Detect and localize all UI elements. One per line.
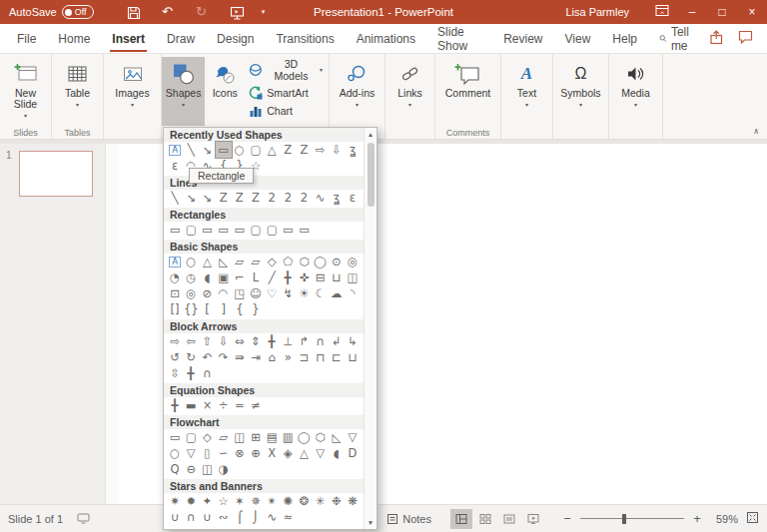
tab-transitions[interactable]: Transitions xyxy=(265,24,345,53)
shape-elbow-connector[interactable]: Z xyxy=(280,142,296,158)
shape-cell[interactable]: ▱ xyxy=(232,254,248,269)
shape-cell[interactable]: L xyxy=(248,269,264,285)
zoom-slider[interactable] xyxy=(580,513,684,525)
shape-cell[interactable]: X xyxy=(264,445,280,461)
shape-cell[interactable]: ∪ xyxy=(167,509,183,525)
zoom-level[interactable]: 59% xyxy=(712,513,738,525)
shape-freeform[interactable]: ʓ xyxy=(345,142,361,158)
shape-cell[interactable]: ⊔ xyxy=(329,269,345,285)
zoom-slider-thumb[interactable] xyxy=(622,514,626,524)
shape-cell[interactable]: ◔ xyxy=(167,269,183,285)
shape-cell[interactable]: ╱ xyxy=(264,269,280,285)
shape-cell[interactable]: ▽ xyxy=(183,445,199,461)
shape-cell[interactable]: ○ xyxy=(167,445,183,461)
shape-cell[interactable]: ▭ xyxy=(216,222,232,238)
shape-cell[interactable]: ▱ xyxy=(248,254,264,269)
shape-cell[interactable]: ◳ xyxy=(232,285,248,301)
shape-cell[interactable]: ☾ xyxy=(313,285,329,301)
shape-cell[interactable]: ◎ xyxy=(183,285,199,301)
shape-cell[interactable]: Q xyxy=(167,461,183,477)
shape-cell[interactable]: ◫ xyxy=(345,269,361,285)
shape-cell[interactable]: ✵ xyxy=(248,493,264,509)
tab-tell-me[interactable]: Tell me xyxy=(648,24,709,53)
shape-rectangle[interactable]: ▭ xyxy=(216,142,232,158)
smartart-button[interactable]: SmartArt xyxy=(249,86,323,100)
shape-cell[interactable]: ∩ xyxy=(183,509,199,525)
shape-cell[interactable]: ⇦ xyxy=(183,333,199,349)
shape-cell[interactable]: [] xyxy=(167,301,183,317)
shape-cell[interactable]: } xyxy=(248,301,264,317)
shape-rounded-rectangle[interactable]: ▢ xyxy=(248,142,264,158)
shape-cell[interactable]: ↳ xyxy=(345,333,361,349)
share-button[interactable] xyxy=(709,30,724,48)
icons-button[interactable]: Icons xyxy=(205,57,245,126)
shape-cell[interactable]: ▭ xyxy=(167,429,183,445)
shape-cell[interactable]: » xyxy=(280,349,296,365)
shape-cell[interactable]: ∿ xyxy=(313,190,329,206)
shape-oval[interactable]: ○ xyxy=(232,142,248,158)
display-settings-icon[interactable] xyxy=(77,512,90,526)
tab-insert[interactable]: Insert xyxy=(101,24,156,53)
comments-button[interactable] xyxy=(738,30,753,47)
shape-cell[interactable]: ◺ xyxy=(216,254,232,269)
shape-cell[interactable]: ⬡ xyxy=(296,254,312,269)
shape-cell[interactable]: △ xyxy=(199,254,215,269)
shape-cell[interactable]: ⇩ xyxy=(216,333,232,349)
shape-cell[interactable]: ◖ xyxy=(199,269,215,285)
shape-cell[interactable]: ▭ xyxy=(280,222,296,238)
zoom-out-button[interactable]: − xyxy=(560,511,574,526)
shape-cell[interactable]: ↘ xyxy=(199,190,215,206)
tab-help[interactable]: Help xyxy=(601,24,648,53)
tab-file[interactable]: File xyxy=(6,24,47,53)
shape-cell[interactable]: ⊐ xyxy=(296,349,312,365)
tab-review[interactable]: Review xyxy=(492,24,553,53)
shape-cell[interactable]: ▽ xyxy=(313,445,329,461)
shape-cell[interactable]: ⊏ xyxy=(329,349,345,365)
3d-models-button[interactable]: 3D Models ▾ xyxy=(249,58,323,82)
shape-block-arrow-down[interactable]: ⇩ xyxy=(329,142,345,158)
shape-cell[interactable]: × xyxy=(199,397,215,413)
tab-home[interactable]: Home xyxy=(47,24,101,53)
shape-cell[interactable]: ▱ xyxy=(216,429,232,445)
shape-cell[interactable]: ◫ xyxy=(232,429,248,445)
minimize-button[interactable]: – xyxy=(677,0,707,24)
collapse-ribbon-icon[interactable]: ∧ xyxy=(753,127,759,136)
shape-cell[interactable]: ⌡ xyxy=(248,509,264,525)
shape-cell[interactable]: ▣ xyxy=(216,269,232,285)
maximize-button[interactable]: □ xyxy=(707,0,737,24)
shape-cell[interactable]: ▽ xyxy=(345,429,361,445)
shape-cell[interactable]: ▤ xyxy=(264,429,280,445)
shape-cell[interactable]: ♡ xyxy=(264,285,280,301)
shape-cell[interactable]: ✦ xyxy=(199,493,215,509)
shape-cell[interactable]: Z xyxy=(248,190,264,206)
reading-view-button[interactable] xyxy=(498,509,520,529)
slide-sorter-view-button[interactable] xyxy=(474,509,496,529)
shape-cell[interactable]: ⬠ xyxy=(280,254,296,269)
shape-cell[interactable]: ☺ xyxy=(248,285,264,301)
shape-cell[interactable]: ◺ xyxy=(329,429,345,445)
new-slide-button[interactable]: New Slide ▾ xyxy=(2,57,49,126)
shape-cell[interactable]: ∿ xyxy=(264,509,280,525)
shape-cell[interactable]: ◇ xyxy=(199,429,215,445)
text-box-button[interactable]: A Text ▾ xyxy=(507,57,547,126)
shape-cell[interactable]: ▭ xyxy=(167,222,183,238)
shape-cell[interactable]: [ xyxy=(199,301,215,317)
shape-cell[interactable]: ↷ xyxy=(216,349,232,365)
shape-text-box[interactable]: A xyxy=(167,254,183,269)
shape-cell[interactable]: ⇨ xyxy=(167,333,183,349)
undo-button[interactable]: ↶ xyxy=(156,1,180,23)
shape-cell[interactable]: ↲ xyxy=(329,333,345,349)
shape-cell[interactable]: ↱ xyxy=(296,333,312,349)
shape-cell[interactable]: ◯ xyxy=(313,254,329,269)
shape-cell[interactable]: ≠ xyxy=(248,397,264,413)
shape-cell[interactable]: ɛ xyxy=(345,190,361,206)
shape-cell[interactable]: ↯ xyxy=(280,285,296,301)
shape-cell[interactable]: ╋ xyxy=(167,397,183,413)
shape-cell[interactable]: ✴ xyxy=(264,493,280,509)
shape-cell[interactable]: ⊞ xyxy=(248,429,264,445)
shape-cell[interactable]: ✶ xyxy=(232,493,248,509)
shape-cell[interactable]: ▭ xyxy=(232,222,248,238)
shape-cell[interactable]: ↺ xyxy=(167,349,183,365)
shape-cell[interactable]: ⬡ xyxy=(313,429,329,445)
close-button[interactable]: × xyxy=(737,0,767,24)
